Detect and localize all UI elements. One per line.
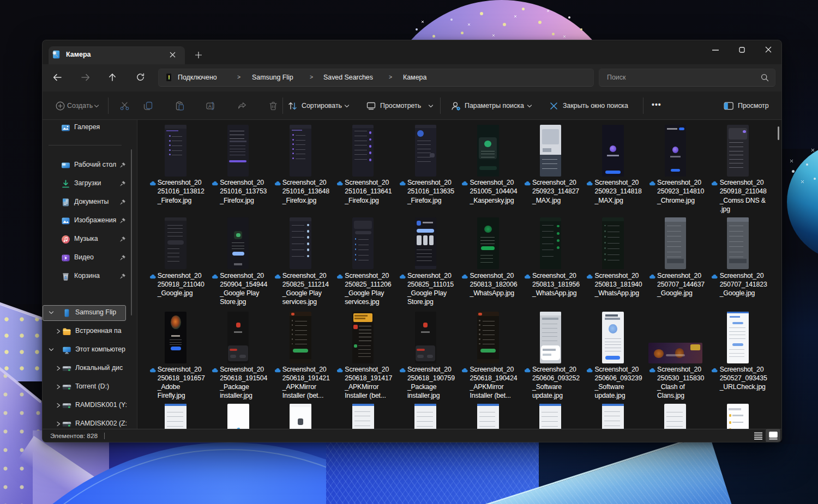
- svg-text:A: A: [208, 104, 212, 109]
